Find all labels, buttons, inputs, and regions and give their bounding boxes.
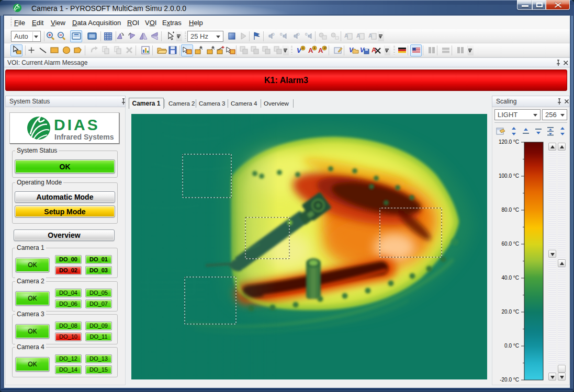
- svg-text:20.0 °C: 20.0 °C: [502, 309, 519, 315]
- svg-text:A: A: [356, 33, 360, 39]
- svg-text:0: 0: [297, 32, 300, 37]
- svg-text:40.0 °C: 40.0 °C: [502, 275, 519, 281]
- svg-text:A: A: [344, 33, 348, 39]
- svg-text:120.0 °C: 120.0 °C: [499, 139, 519, 145]
- svg-text:0.0 °C: 0.0 °C: [504, 343, 519, 349]
- svg-text:0: 0: [272, 32, 275, 37]
- svg-text:0: 0: [280, 32, 283, 37]
- svg-text:A: A: [368, 33, 372, 39]
- svg-text:0: 0: [305, 32, 308, 37]
- svg-text:60.0 °C: 60.0 °C: [502, 241, 519, 247]
- svg-text:-20.0 °C: -20.0 °C: [500, 377, 519, 383]
- svg-text:100.0 °C: 100.0 °C: [499, 173, 519, 179]
- svg-text:80.0 °C: 80.0 °C: [502, 207, 519, 213]
